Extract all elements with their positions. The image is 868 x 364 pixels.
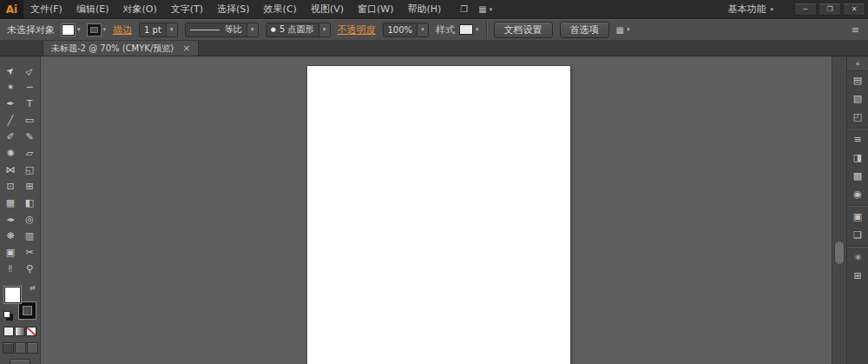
tools-panel: ➤ ▻ ✶ ∽ ✒ T ╱ ▭ ✐ ✎ ✺ ▱ ⋈ ◱ ⊡ ⊞ ▦ ◧ ✒ ◎ (0, 56, 41, 364)
gradient-panel-icon[interactable]: ◨ (847, 149, 868, 167)
opacity-link[interactable]: 不透明度 (338, 23, 376, 36)
stroke-panel-icon[interactable]: ≡ (847, 130, 868, 149)
canvas-area[interactable] (41, 56, 832, 364)
menu-file[interactable]: 文件(F) (23, 0, 69, 19)
style-swatch-icon (459, 24, 473, 35)
workspace-switcher[interactable]: 基本功能 ▾ (727, 3, 773, 16)
style-control: 样式 ▾ (436, 23, 479, 36)
free-transform-tool[interactable]: ◱ (20, 162, 39, 178)
align-flyout-button[interactable]: ▦ ▾ (616, 25, 630, 35)
gradient-tool[interactable]: ◧ (20, 195, 39, 211)
document-tab[interactable]: 未标题-2 @ 70% (CMYK/预览) × (43, 41, 199, 56)
chevron-down-icon: ▾ (103, 26, 107, 33)
restore-button[interactable]: ❐ (819, 3, 841, 16)
draw-inside-button[interactable] (27, 342, 38, 354)
chevron-down-icon: ▾ (627, 26, 630, 33)
stroke-link[interactable]: 描边 (113, 23, 132, 36)
chevron-down-icon: ▾ (166, 23, 177, 36)
minimize-button[interactable]: ─ (794, 3, 817, 16)
perspective-grid-tool[interactable]: ⊞ (20, 178, 39, 195)
chevron-down-icon: ▾ (77, 26, 81, 33)
slice-tool[interactable]: ✂ (20, 244, 39, 261)
arrange-documents-button[interactable]: ▦▾ (478, 4, 492, 14)
arrange-documents-icon: ▦ (478, 4, 486, 14)
brush-definition-select[interactable]: ● 5 点圆形 ▾ (266, 23, 331, 37)
tools-grid: ➤ ▻ ✶ ∽ ✒ T ╱ ▭ ✐ ✎ ✺ ▱ ⋈ ◱ ⊡ ⊞ ▦ ◧ ✒ ◎ (1, 63, 39, 277)
fill-stroke-widget: ⇄ (3, 285, 36, 320)
width-tool[interactable]: ⋈ (1, 162, 20, 178)
swap-fill-stroke-icon[interactable]: ⇄ (30, 284, 36, 292)
document-setup-button[interactable]: 文档设置 (494, 22, 553, 38)
artboards-panel-icon[interactable]: ⊞ (847, 267, 868, 285)
menu-help[interactable]: 帮助(H) (400, 0, 448, 19)
artboard-tool[interactable]: ▣ (1, 244, 20, 261)
collapse-panels-button[interactable]: « (847, 56, 868, 71)
menu-select[interactable]: 选择(S) (210, 0, 257, 19)
illustrator-window: Ai 文件(F) 编辑(E) 对象(O) 文字(T) 选择(S) 效果(C) 视… (0, 0, 868, 364)
paintbrush-tool[interactable]: ✐ (1, 129, 20, 145)
eraser-tool[interactable]: ▱ (20, 145, 39, 162)
screen-mode-button[interactable] (10, 359, 30, 364)
opacity-select[interactable]: 100% ▾ (383, 23, 430, 37)
mesh-tool[interactable]: ▦ (1, 195, 20, 211)
menu-view[interactable]: 视图(V) (304, 0, 351, 19)
selection-status: 未选择对象 (7, 23, 55, 36)
navigator-panel-icon[interactable]: ◰ (847, 108, 868, 126)
default-fill-stroke-icon[interactable] (3, 311, 10, 318)
blend-tool[interactable]: ◎ (20, 211, 39, 228)
pencil-tool[interactable]: ✎ (20, 129, 39, 145)
width-profile-preview-icon (190, 30, 220, 30)
stroke-width-select[interactable]: 1 pt ▾ (139, 23, 178, 37)
graphic-styles-panel-icon[interactable]: ▣ (847, 208, 868, 226)
menu-type[interactable]: 文字(T) (164, 0, 210, 19)
width-profile-select[interactable]: 等比 ▾ (185, 23, 259, 37)
draw-behind-button[interactable] (15, 342, 26, 354)
fill-swatch[interactable] (4, 287, 21, 303)
stroke-swatch[interactable] (19, 302, 36, 319)
chevron-down-icon: ▾ (476, 26, 479, 33)
control-bar-menu-icon[interactable]: ≡ (852, 24, 859, 36)
chevron-down-icon: ▾ (770, 6, 773, 13)
blob-brush-tool[interactable]: ✺ (1, 145, 20, 162)
zoom-tool[interactable]: ⚲ (20, 261, 39, 277)
symbols-panel-icon[interactable]: ✳ (847, 248, 868, 267)
layers-panel-icon[interactable]: ❏ (847, 226, 868, 244)
none-button[interactable] (26, 327, 36, 336)
type-tool[interactable]: T (20, 96, 39, 112)
menu-window[interactable]: 窗口(W) (351, 0, 400, 19)
menu-edit[interactable]: 编辑(E) (69, 0, 116, 19)
hand-tool[interactable]: ✌ (1, 261, 20, 277)
style-picker[interactable]: ▾ (459, 24, 479, 35)
fill-color-picker[interactable]: ▾ (62, 24, 81, 36)
color-guide-panel-icon[interactable]: ▧ (847, 89, 868, 108)
stroke-swatch-icon (88, 24, 101, 36)
menu-bar: Ai 文件(F) 编辑(E) 对象(O) 文字(T) 选择(S) 效果(C) 视… (0, 0, 868, 19)
color-button[interactable] (3, 327, 14, 336)
tab-close-icon[interactable]: × (182, 43, 190, 54)
bridge-icon[interactable]: ❒ (460, 4, 468, 14)
draw-normal-button[interactable] (3, 342, 14, 354)
color-panel-icon[interactable]: ▤ (847, 71, 868, 89)
menu-object[interactable]: 对象(O) (115, 0, 163, 19)
transparency-panel-icon[interactable]: ▩ (847, 167, 868, 185)
window-controls: ─ ❐ ✕ (794, 3, 865, 16)
menu-effect[interactable]: 效果(C) (257, 0, 304, 19)
artboard[interactable] (307, 66, 570, 364)
stroke-color-picker[interactable]: ▾ (88, 24, 107, 36)
brush-definition-value: 5 点圆形 (279, 23, 314, 36)
line-segment-tool[interactable]: ╱ (1, 112, 20, 129)
control-bar: 未选择对象 ▾ ▾ 描边 1 pt ▾ 等比 ▾ ● 5 点圆形 ▾ 不透明度 … (0, 19, 868, 41)
appearance-panel-icon[interactable]: ◉ (847, 185, 868, 203)
brush-preview-icon: ● (271, 26, 276, 33)
symbol-sprayer-tool[interactable]: ❋ (1, 228, 20, 244)
close-button[interactable]: ✕ (843, 3, 865, 16)
shape-builder-tool[interactable]: ⊡ (1, 178, 20, 195)
vertical-scrollbar[interactable] (832, 56, 846, 364)
rectangle-tool[interactable]: ▭ (20, 112, 39, 129)
scrollbar-thumb[interactable] (834, 241, 845, 265)
eyedropper-tool[interactable]: ✒ (1, 211, 20, 228)
pen-tool[interactable]: ✒ (1, 96, 20, 112)
preferences-button[interactable]: 首选项 (560, 22, 609, 38)
gradient-button[interactable] (15, 327, 25, 336)
column-graph-tool[interactable]: ▥ (20, 228, 39, 244)
